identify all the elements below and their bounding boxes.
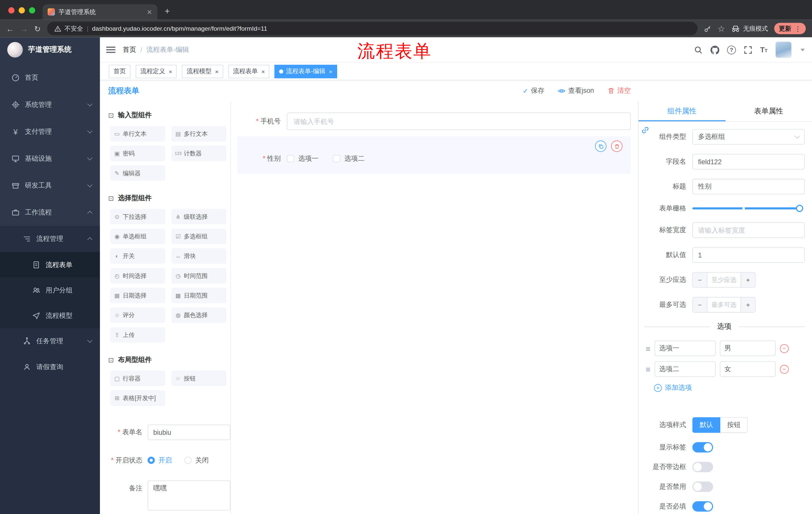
form-canvas[interactable]: 手机号 性别 选项一 选项二: [230, 101, 638, 514]
show-label-toggle[interactable]: [692, 442, 713, 452]
style-button-button[interactable]: 按钮: [720, 417, 748, 433]
sidebar-item-infra[interactable]: 基础设施: [0, 145, 100, 172]
reload-button[interactable]: ↻: [34, 25, 41, 32]
sidebar-item-leave-query[interactable]: 请假查询: [0, 354, 100, 380]
tag-close-icon[interactable]: ×: [169, 68, 172, 75]
component-chip-row-container[interactable]: ▢行容器: [110, 371, 165, 386]
component-chip-button[interactable]: ☞按钮: [171, 371, 226, 386]
required-toggle[interactable]: [692, 501, 713, 512]
browser-update-button[interactable]: 更新 ⋮: [774, 23, 806, 34]
bookmark-star-icon[interactable]: ☆: [718, 24, 725, 33]
field-name-input[interactable]: [692, 154, 805, 169]
component-chip-radio-group[interactable]: ◉单选框组: [110, 228, 165, 244]
fullscreen-icon[interactable]: [744, 45, 752, 54]
option-label-input[interactable]: [655, 361, 716, 377]
minus-button[interactable]: −: [693, 273, 707, 287]
hamburger-icon[interactable]: [106, 47, 116, 53]
sidebar-item-home[interactable]: 首页: [0, 64, 100, 91]
sidebar-item-payment[interactable]: ¥ 支付管理: [0, 118, 100, 145]
slider-handle[interactable]: [796, 205, 803, 212]
breadcrumb-home[interactable]: 首页: [123, 45, 137, 54]
component-chip-date-range[interactable]: ▩日期范围: [171, 288, 226, 303]
checkbox-icon[interactable]: [287, 155, 294, 162]
sidebar-item-process-form[interactable]: 流程表单: [0, 252, 100, 277]
label-width-input[interactable]: [692, 222, 805, 238]
browser-tab[interactable]: 芋道管理系统 ✕: [42, 4, 157, 20]
component-chip-slider[interactable]: ↔滑块: [171, 248, 226, 264]
sidebar-item-devtools[interactable]: 研发工具: [0, 172, 100, 199]
gender-option-2[interactable]: 选项二: [333, 154, 365, 163]
address-bar[interactable]: 不安全 | dashboard.yudao.iocoder.cn/bpm/man…: [47, 22, 697, 35]
status-off-radio[interactable]: 关闭: [184, 452, 209, 468]
canvas-field-gender-selected[interactable]: 性别 选项一 选项二: [237, 136, 631, 173]
plus-button[interactable]: +: [741, 297, 755, 312]
component-chip-multi-line[interactable]: ▤多行文本: [171, 126, 226, 141]
component-chip-table[interactable]: ⊞表格[开发中]: [110, 390, 165, 406]
copy-field-button[interactable]: [595, 141, 606, 152]
component-chip-time-range[interactable]: ◷时间范围: [171, 268, 226, 283]
title-input[interactable]: [692, 179, 805, 194]
form-grid-slider[interactable]: [692, 207, 800, 209]
option-value-input[interactable]: [720, 361, 776, 377]
font-size-icon[interactable]: TT: [760, 46, 767, 54]
window-minimize-button[interactable]: [19, 7, 25, 13]
border-toggle[interactable]: [692, 462, 713, 472]
component-chip-editor[interactable]: ✎编辑器: [110, 165, 165, 181]
tab-form-props[interactable]: 表单属性: [725, 101, 812, 121]
tag-close-icon[interactable]: ×: [329, 68, 332, 75]
browser-menu-icon[interactable]: ⋮: [794, 25, 801, 32]
link-icon[interactable]: [641, 126, 649, 134]
component-chip-time-picker[interactable]: ◴时间选择: [110, 268, 165, 283]
new-tab-button[interactable]: +: [165, 6, 170, 17]
component-chip-single-line[interactable]: ▭单行文本: [110, 126, 165, 141]
default-value-input[interactable]: [692, 247, 805, 263]
component-chip-upload[interactable]: ⇧上传: [110, 327, 165, 343]
help-icon[interactable]: ?: [727, 45, 736, 54]
clear-button[interactable]: 清空: [608, 86, 631, 95]
component-chip-color-picker[interactable]: ◍颜色选择: [171, 307, 226, 323]
component-chip-counter[interactable]: 123计数器: [171, 145, 226, 161]
component-chip-cascader[interactable]: ⋔级联选择: [171, 209, 226, 224]
form-remark-textarea[interactable]: 嘿嘿: [147, 481, 230, 511]
component-chip-password[interactable]: ▣密码: [110, 145, 165, 161]
user-avatar[interactable]: [775, 42, 792, 58]
tag-close-icon[interactable]: ×: [262, 68, 265, 75]
sidebar-item-process-mgmt[interactable]: 流程管理: [0, 226, 100, 252]
back-button[interactable]: ←: [6, 25, 14, 32]
tag-process-form[interactable]: 流程表单×: [228, 64, 269, 78]
search-icon[interactable]: [694, 45, 703, 54]
canvas-field-phone[interactable]: 手机号: [237, 112, 631, 130]
form-name-input[interactable]: [147, 425, 230, 440]
drag-handle-icon[interactable]: ≡: [646, 344, 650, 353]
github-icon[interactable]: [710, 45, 719, 54]
tag-process-definition[interactable]: 流程定义×: [136, 64, 177, 78]
tab-close-icon[interactable]: ✕: [147, 8, 152, 15]
status-on-radio[interactable]: 开启: [147, 452, 172, 468]
minus-button[interactable]: −: [693, 297, 707, 312]
option-value-input[interactable]: [720, 341, 776, 356]
plus-button[interactable]: +: [741, 273, 755, 287]
phone-input[interactable]: [287, 112, 631, 130]
window-zoom-button[interactable]: [29, 7, 35, 13]
component-type-select[interactable]: 多选框组: [692, 129, 805, 144]
tag-close-icon[interactable]: ×: [215, 68, 218, 75]
option-label-input[interactable]: [655, 341, 716, 356]
tab-component-props[interactable]: 组件属性: [638, 101, 725, 121]
component-chip-select[interactable]: ⊙下拉选择: [110, 209, 165, 224]
drag-handle-icon[interactable]: ≡: [646, 364, 650, 373]
sidebar-item-workflow[interactable]: 工作流程: [0, 199, 100, 226]
window-close-button[interactable]: [8, 7, 14, 13]
sidebar-item-task-mgmt[interactable]: 任务管理: [0, 328, 100, 354]
remove-option-button[interactable]: −: [780, 364, 789, 373]
add-option-button[interactable]: + 添加选项: [654, 383, 812, 392]
disabled-toggle[interactable]: [692, 482, 713, 492]
sidebar-item-user-group[interactable]: 用户分组: [0, 277, 100, 303]
forward-button[interactable]: →: [20, 25, 28, 32]
checkbox-icon[interactable]: [333, 155, 340, 162]
component-chip-rate[interactable]: ☆评分: [110, 307, 165, 323]
save-button[interactable]: ✓ 保存: [523, 86, 544, 95]
delete-field-button[interactable]: [611, 141, 622, 152]
sidebar-item-system[interactable]: 系统管理: [0, 91, 100, 118]
component-chip-switch[interactable]: ◐开关: [110, 248, 165, 264]
style-default-button[interactable]: 默认: [692, 417, 720, 433]
